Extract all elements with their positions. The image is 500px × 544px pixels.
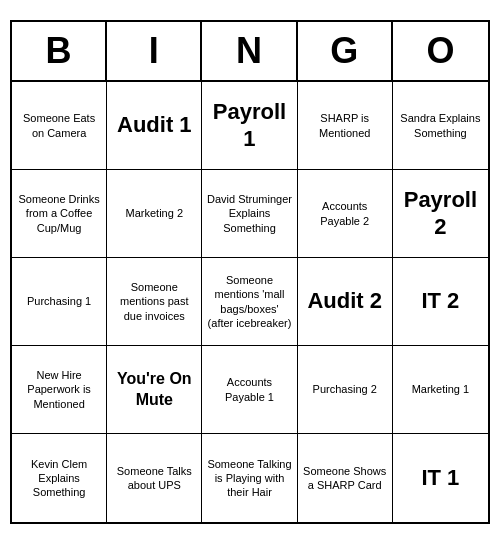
bingo-cell-17[interactable]: Accounts Payable 1 <box>202 346 297 434</box>
cell-text-13: Audit 2 <box>307 288 382 314</box>
cell-text-5: Someone Drinks from a Coffee Cup/Mug <box>16 192 102 235</box>
cell-text-4: Sandra Explains Something <box>397 111 484 140</box>
cell-text-24: IT 1 <box>421 465 459 491</box>
cell-text-3: SHARP is Mentioned <box>302 111 388 140</box>
cell-text-21: Someone Talks about UPS <box>111 464 197 493</box>
bingo-cell-10[interactable]: Purchasing 1 <box>12 258 107 346</box>
bingo-cell-23[interactable]: Someone Shows a SHARP Card <box>298 434 393 522</box>
bingo-cell-2[interactable]: Payroll 1 <box>202 82 297 170</box>
cell-text-12: Someone mentions 'mall bags/boxes' (afte… <box>206 273 292 330</box>
cell-text-18: Purchasing 2 <box>313 382 377 396</box>
cell-text-6: Marketing 2 <box>126 206 183 220</box>
header-letter-n: N <box>202 22 297 80</box>
bingo-cell-19[interactable]: Marketing 1 <box>393 346 488 434</box>
bingo-cell-3[interactable]: SHARP is Mentioned <box>298 82 393 170</box>
bingo-cell-11[interactable]: Someone mentions past due invoices <box>107 258 202 346</box>
bingo-cell-14[interactable]: IT 2 <box>393 258 488 346</box>
header-letter-o: O <box>393 22 488 80</box>
bingo-header: BINGO <box>12 22 488 82</box>
bingo-card: BINGO Someone Eats on CameraAudit 1Payro… <box>10 20 490 524</box>
cell-text-20: Kevin Clem Explains Something <box>16 457 102 500</box>
bingo-cell-24[interactable]: IT 1 <box>393 434 488 522</box>
cell-text-15: New Hire Paperwork is Mentioned <box>16 368 102 411</box>
bingo-grid: Someone Eats on CameraAudit 1Payroll 1SH… <box>12 82 488 522</box>
bingo-cell-7[interactable]: David Struminger Explains Something <box>202 170 297 258</box>
bingo-cell-12[interactable]: Someone mentions 'mall bags/boxes' (afte… <box>202 258 297 346</box>
cell-text-17: Accounts Payable 1 <box>206 375 292 404</box>
bingo-cell-22[interactable]: Someone Talking is Playing with their Ha… <box>202 434 297 522</box>
cell-text-7: David Struminger Explains Something <box>206 192 292 235</box>
bingo-cell-13[interactable]: Audit 2 <box>298 258 393 346</box>
cell-text-11: Someone mentions past due invoices <box>111 280 197 323</box>
bingo-cell-8[interactable]: Accounts Payable 2 <box>298 170 393 258</box>
cell-text-0: Someone Eats on Camera <box>16 111 102 140</box>
header-letter-b: B <box>12 22 107 80</box>
bingo-cell-18[interactable]: Purchasing 2 <box>298 346 393 434</box>
cell-text-14: IT 2 <box>421 288 459 314</box>
header-letter-i: I <box>107 22 202 80</box>
bingo-cell-9[interactable]: Payroll 2 <box>393 170 488 258</box>
bingo-cell-6[interactable]: Marketing 2 <box>107 170 202 258</box>
bingo-cell-21[interactable]: Someone Talks about UPS <box>107 434 202 522</box>
bingo-cell-15[interactable]: New Hire Paperwork is Mentioned <box>12 346 107 434</box>
cell-text-19: Marketing 1 <box>412 382 469 396</box>
bingo-cell-5[interactable]: Someone Drinks from a Coffee Cup/Mug <box>12 170 107 258</box>
cell-text-22: Someone Talking is Playing with their Ha… <box>206 457 292 500</box>
bingo-cell-16[interactable]: You're On Mute <box>107 346 202 434</box>
cell-text-1: Audit 1 <box>117 112 192 138</box>
cell-text-2: Payroll 1 <box>206 99 292 152</box>
cell-text-9: Payroll 2 <box>397 187 484 240</box>
bingo-cell-0[interactable]: Someone Eats on Camera <box>12 82 107 170</box>
bingo-cell-20[interactable]: Kevin Clem Explains Something <box>12 434 107 522</box>
bingo-cell-4[interactable]: Sandra Explains Something <box>393 82 488 170</box>
bingo-cell-1[interactable]: Audit 1 <box>107 82 202 170</box>
cell-text-23: Someone Shows a SHARP Card <box>302 464 388 493</box>
cell-text-10: Purchasing 1 <box>27 294 91 308</box>
cell-text-16: You're On Mute <box>111 369 197 411</box>
cell-text-8: Accounts Payable 2 <box>302 199 388 228</box>
header-letter-g: G <box>298 22 393 80</box>
